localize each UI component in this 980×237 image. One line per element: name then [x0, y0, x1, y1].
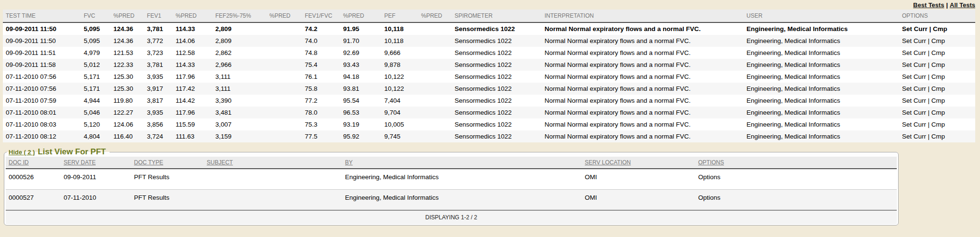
- cell-fvc: 4,804: [81, 130, 111, 142]
- column-header-options: OPTIONS: [695, 157, 897, 169]
- column-header-subject: SUBJECT: [204, 157, 342, 169]
- cell-doc-id: 0000527: [6, 190, 61, 211]
- cell-options[interactable]: Set Curr | Cmp: [899, 59, 975, 71]
- cell-pef-pred: [418, 59, 452, 71]
- cell-pef-pred: [418, 71, 452, 83]
- column-header-fef25-75: FEF25%-75%: [212, 10, 267, 22]
- cell-fef25-75-pred: [267, 59, 302, 71]
- cell-fvc: 5,120: [81, 118, 111, 130]
- cell-options[interactable]: Set Curr | Cmp: [899, 35, 975, 47]
- cell-interpretation: Normal Normal expiratory flows and a nor…: [542, 95, 744, 107]
- cell-fev1: 3,935: [144, 107, 173, 118]
- cell-pef: 9,704: [381, 107, 418, 118]
- pft-result-row: 09-09-2011 11:585,012122.333,781114.332,…: [3, 59, 975, 71]
- cell-spirometer: Sensormedics 1022: [452, 35, 542, 47]
- list-view-legend: Hide ( 2 )List View For PFT: [7, 147, 110, 157]
- cell-options[interactable]: Set Curr | Cmp: [899, 47, 975, 59]
- serv-location-sort-link[interactable]: SERV LOCATION: [585, 159, 631, 166]
- cell-interpretation: Normal Normal expiratory flows and a nor…: [542, 59, 744, 71]
- cell-fef25-75: 3,481: [212, 107, 267, 118]
- cell-interpretation: Normal Normal expiratory flows and a nor…: [542, 71, 744, 83]
- column-header-by: BY: [342, 157, 582, 169]
- list-view-panel: Hide ( 2 )List View For PFT DOC ID SERV …: [4, 147, 899, 226]
- cell-options[interactable]: Set Curr | Cmp: [899, 83, 975, 95]
- cell-spirometer: Sensormedics 1022: [452, 47, 542, 59]
- column-header-doc-type: DOC TYPE: [131, 157, 204, 169]
- cell-by: Engineering, Medical Informatics: [342, 169, 582, 190]
- cell-fev1: 3,856: [144, 118, 173, 130]
- by-sort-link[interactable]: BY: [345, 159, 353, 166]
- cell-pef: 9,878: [381, 59, 418, 71]
- cell-options[interactable]: Set Curr | Cmp: [899, 22, 975, 35]
- best-tests-link[interactable]: Best Tests: [913, 1, 944, 9]
- cell-spirometer: Sensormedics 1022: [452, 71, 542, 83]
- column-header-serv-date: SERV DATE: [61, 157, 131, 169]
- cell-fef25-75-pred: [267, 130, 302, 142]
- cell-user: Engineering, Medical Informatics: [744, 59, 899, 71]
- cell-options[interactable]: Set Curr | Cmp: [899, 71, 975, 83]
- cell-fev1-fvc: 77.2: [302, 95, 340, 107]
- cell-fef25-75-pred: [267, 35, 302, 47]
- cell-user: Engineering, Medical Informatics: [744, 83, 899, 95]
- column-header-user: USER: [744, 10, 899, 22]
- serv-date-sort-link[interactable]: SERV DATE: [64, 159, 96, 166]
- column-header-pef-pred: %PRED: [418, 10, 452, 22]
- cell-spirometer: Sensormedics 1022: [452, 22, 542, 35]
- cell-user: Engineering, Medical Informatics: [744, 22, 899, 35]
- cell-options[interactable]: Set Curr | Cmp: [899, 118, 975, 130]
- cell-pef: 10,122: [381, 83, 418, 95]
- cell-pef: 10,005: [381, 118, 418, 130]
- cell-options-link[interactable]: Options: [695, 190, 897, 211]
- cell-fev1-pred: 114.42: [173, 95, 212, 107]
- doc-id-sort-link[interactable]: DOC ID: [9, 159, 29, 166]
- column-header-options: OPTIONS: [899, 10, 975, 22]
- subject-sort-link[interactable]: SUBJECT: [207, 159, 233, 166]
- cell-fef25-75: 3,111: [212, 71, 267, 83]
- column-header-fvc: FVC: [81, 10, 111, 22]
- cell-doc-id: 0000526: [6, 169, 61, 190]
- cell-fev1-fvc: 77.5: [302, 130, 340, 142]
- cell-spirometer: Sensormedics 1022: [452, 118, 542, 130]
- cell-by: Engineering, Medical Informatics: [342, 190, 582, 211]
- cell-fvc-pred: 119.80: [111, 95, 144, 107]
- cell-options[interactable]: Set Curr | Cmp: [899, 130, 975, 142]
- document-list-row: 000052707-11-2010PFT ResultsEngineering,…: [6, 190, 897, 211]
- cell-user: Engineering, Medical Informatics: [744, 35, 899, 47]
- view-switch-bar: Best Tests|All Tests: [0, 0, 980, 10]
- cell-fev1-fvc-pred: 93.81: [340, 83, 381, 95]
- cell-pef: 7,404: [381, 95, 418, 107]
- cell-fev1-fvc-pred: 94.18: [340, 71, 381, 83]
- cell-test-time: 07-11-2010 07:56: [3, 71, 81, 83]
- pft-result-row: 07-11-2010 08:035,120124.063,856115.593,…: [3, 118, 975, 130]
- cell-fev1-pred: 114.33: [173, 22, 212, 35]
- hide-link[interactable]: Hide ( 2 ): [9, 149, 35, 156]
- cell-fev1-pred: 112.58: [173, 47, 212, 59]
- cell-fvc-pred: 122.33: [111, 59, 144, 71]
- cell-interpretation: Normal Normal expiratory flows and a nor…: [542, 130, 744, 142]
- column-header-fev1: FEV1: [144, 10, 173, 22]
- cell-spirometer: Sensormedics 1022: [452, 59, 542, 71]
- options-sort-link[interactable]: OPTIONS: [698, 159, 724, 166]
- cell-pef-pred: [418, 83, 452, 95]
- doc-type-sort-link[interactable]: DOC TYPE: [134, 159, 163, 166]
- cell-user: Engineering, Medical Informatics: [744, 95, 899, 107]
- cell-pef: 10,118: [381, 22, 418, 35]
- results-header-row: TEST TIME FVC %PRED FEV1 %PRED FEF25%-75…: [3, 10, 975, 22]
- cell-test-time: 09-09-2011 11:50: [3, 35, 81, 47]
- cell-fev1-pred: 117.96: [173, 71, 212, 83]
- pft-result-row: 09-09-2011 11:505,095124.363,772114.062,…: [3, 35, 975, 47]
- cell-pef-pred: [418, 95, 452, 107]
- column-header-fev1-fvc-pred: %PRED: [340, 10, 381, 22]
- cell-subject: [204, 169, 342, 190]
- cell-fev1: 3,781: [144, 22, 173, 35]
- cell-options[interactable]: Set Curr | Cmp: [899, 107, 975, 118]
- cell-options-link[interactable]: Options: [695, 169, 897, 190]
- cell-fvc-pred: 124.36: [111, 22, 144, 35]
- cell-user: Engineering, Medical Informatics: [744, 107, 899, 118]
- pft-result-row: 09-09-2011 11:505,095124.363,781114.332,…: [3, 22, 975, 35]
- cell-fvc-pred: 122.27: [111, 107, 144, 118]
- cell-pef-pred: [418, 130, 452, 142]
- all-tests-link[interactable]: All Tests: [950, 1, 975, 9]
- cell-options[interactable]: Set Curr | Cmp: [899, 95, 975, 107]
- link-separator: |: [944, 1, 950, 9]
